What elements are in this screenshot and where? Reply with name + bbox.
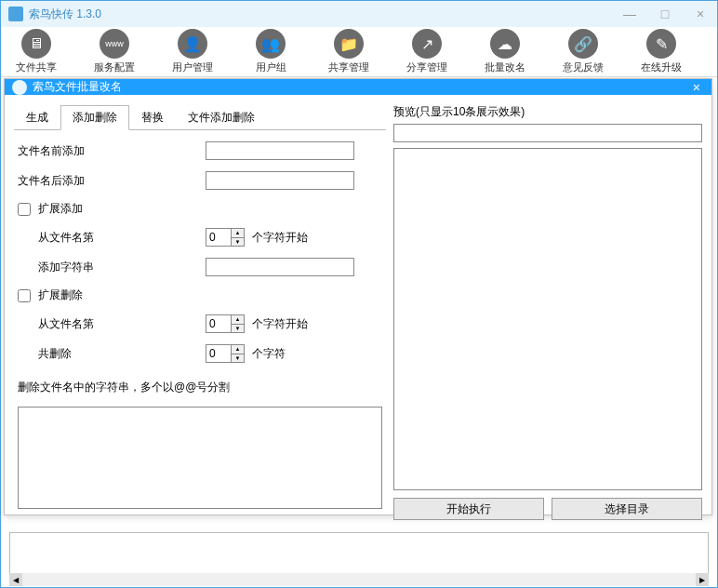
toolbar-item-fileshare[interactable]: 🖥文件共享 (8, 29, 64, 74)
minimize-button[interactable]: — (620, 7, 639, 21)
spinner-up-icon[interactable]: ▲ (232, 229, 244, 238)
toolbar-item-users[interactable]: 👤用户管理 (165, 29, 220, 74)
ext-add-label: 扩展添加 (38, 201, 83, 217)
add-string-label: 添加字符串 (18, 260, 98, 275)
modal-close-button[interactable]: × (689, 80, 704, 95)
spinner-up-icon[interactable]: ▲ (232, 315, 244, 325)
tab-add-delete[interactable]: 添加删除 (60, 105, 129, 130)
prefix-label: 文件名前添加 (18, 143, 98, 159)
suffix-label: 文件名后添加 (18, 173, 98, 189)
modal-body: 生成 添加删除 替换 文件添加删除 文件名前添加 文件名后添加 (5, 95, 711, 529)
del-count-after: 个字符 (252, 346, 286, 362)
spinner-down-icon[interactable]: ▼ (232, 354, 244, 363)
choose-dir-button[interactable]: 选择目录 (552, 498, 702, 520)
modal-icon (12, 80, 27, 95)
edit-icon: ✎ (646, 29, 676, 59)
toolbar-item-rename[interactable]: ☁批量改名 (477, 29, 533, 74)
toolbar-item-share[interactable]: 📁共享管理 (321, 29, 377, 74)
app-title: 索鸟快传 1.3.0 (29, 7, 620, 22)
main-titlebar[interactable]: 索鸟快传 1.3.0 — □ × (1, 1, 717, 27)
tab-generate[interactable]: 生成 (14, 105, 60, 130)
user-icon: 👤 (178, 29, 207, 59)
app-icon (8, 7, 23, 21)
monitor-icon: 🖥 (21, 29, 51, 59)
spinner-down-icon[interactable]: ▼ (232, 325, 244, 333)
globe-icon: www (100, 29, 129, 59)
spinner-up-icon[interactable]: ▲ (232, 345, 244, 354)
folder-icon: 📁 (334, 29, 364, 59)
right-panel: 预览(只显示10条展示效果) 开始执行 选择目录 (393, 104, 702, 520)
ext-add-checkbox[interactable] (18, 203, 31, 216)
preview-label: 预览(只显示10条展示效果) (393, 104, 702, 120)
scroll-left-button[interactable]: ◀ (9, 573, 22, 586)
ext-del-checkbox[interactable] (18, 289, 31, 302)
spinner-down-icon[interactable]: ▼ (232, 238, 244, 247)
horizontal-scrollbar[interactable]: ◀ ▶ (9, 573, 709, 586)
from-char-value[interactable] (206, 229, 231, 246)
left-panel: 生成 添加删除 替换 文件添加删除 文件名前添加 文件名后添加 (14, 104, 386, 520)
prefix-input[interactable] (206, 141, 354, 160)
preview-list (393, 148, 702, 490)
users-icon: 👥 (256, 29, 286, 59)
scroll-track[interactable] (22, 573, 696, 586)
cloud-icon: ☁ (490, 29, 520, 59)
main-toolbar: 🖥文件共享 www服务配置 👤用户管理 👥用户组 📁共享管理 ↗分享管理 ☁批量… (1, 27, 717, 77)
toolbar-item-donate[interactable]: 💬打赏 (711, 29, 718, 74)
delete-strings-input[interactable] (18, 407, 382, 509)
form-area: 文件名前添加 文件名后添加 扩展添加 从文件名第 (14, 130, 386, 520)
del-count-spinner[interactable]: ▲▼ (206, 344, 245, 363)
window-controls: — □ × (620, 7, 710, 21)
modal-titlebar[interactable]: 索鸟文件批量改名 × (5, 79, 711, 95)
toolbar-item-upgrade[interactable]: ✎在线升级 (633, 29, 689, 74)
close-button[interactable]: × (691, 7, 710, 21)
rename-modal: 索鸟文件批量改名 × 生成 添加删除 替换 文件添加删除 文件名前添加 文件名后… (4, 78, 712, 515)
del-count-label: 共删除 (18, 346, 98, 362)
bottom-panel (9, 532, 709, 579)
toolbar-item-groups[interactable]: 👥用户组 (243, 29, 299, 74)
tab-file-add-delete[interactable]: 文件添加删除 (176, 105, 267, 130)
toolbar-item-service[interactable]: www服务配置 (86, 29, 142, 74)
start-button[interactable]: 开始执行 (393, 498, 544, 520)
toolbar-item-sharelink[interactable]: ↗分享管理 (399, 29, 455, 74)
from-char-after: 个字符开始 (252, 230, 308, 246)
scroll-right-button[interactable]: ▶ (696, 573, 709, 586)
suffix-input[interactable] (206, 171, 354, 190)
from-char-label: 从文件名第 (18, 230, 98, 246)
preview-input[interactable] (393, 124, 702, 142)
tab-replace[interactable]: 替换 (129, 105, 176, 130)
from-char-del-spinner[interactable]: ▲▼ (206, 314, 245, 333)
from-char-del-value[interactable] (206, 315, 231, 332)
from-char-spinner[interactable]: ▲▼ (206, 228, 245, 247)
delete-strings-label: 删除文件名中的字符串，多个以@@号分割 (18, 380, 382, 395)
from-char-del-label: 从文件名第 (18, 316, 98, 332)
toolbar-item-feedback[interactable]: 🔗意见反馈 (555, 29, 611, 74)
tab-bar: 生成 添加删除 替换 文件添加删除 (14, 104, 386, 130)
ext-del-label: 扩展删除 (38, 287, 83, 303)
link-icon: 🔗 (568, 29, 598, 59)
add-string-input[interactable] (206, 258, 354, 276)
modal-title: 索鸟文件批量改名 (33, 79, 689, 95)
from-char-del-after: 个字符开始 (252, 316, 308, 332)
share-icon: ↗ (412, 29, 442, 59)
del-count-value[interactable] (206, 345, 231, 362)
maximize-button[interactable]: □ (656, 7, 674, 21)
